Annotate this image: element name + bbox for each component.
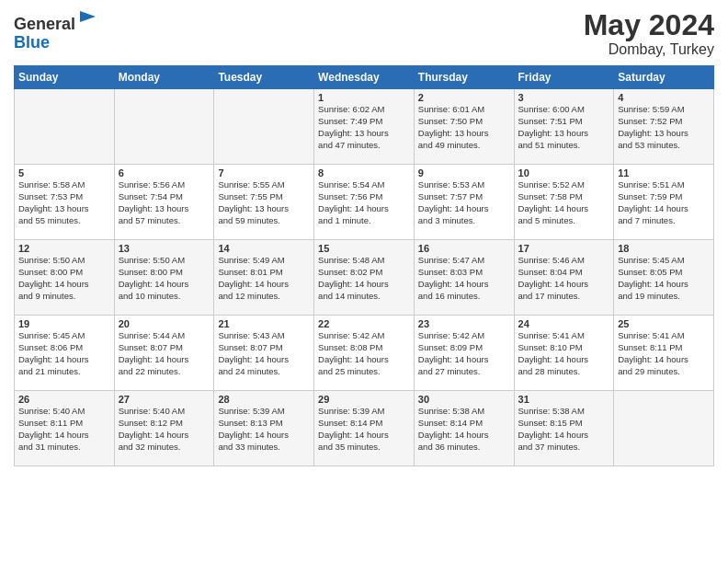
cell-line: Sunrise: 5:48 AM: [318, 255, 410, 267]
cell-line: Daylight: 14 hours: [119, 279, 210, 291]
logo: General Blue: [14, 9, 97, 52]
cell-line: Sunset: 8:14 PM: [318, 418, 410, 430]
day-number: 17: [518, 243, 610, 254]
cell-line: Daylight: 14 hours: [518, 279, 610, 291]
cell-line: Sunrise: 5:56 AM: [119, 179, 210, 191]
cell-line: and 14 minutes.: [318, 291, 410, 303]
cell-line: Daylight: 14 hours: [518, 430, 610, 442]
day-number: 13: [119, 243, 210, 254]
cell-line: and 3 minutes.: [418, 215, 510, 227]
col-header-wednesday: Wednesday: [314, 66, 415, 89]
calendar-cell: 28Sunrise: 5:39 AMSunset: 8:13 PMDayligh…: [214, 391, 314, 466]
title-block: May 2024 Dombay, Turkey: [584, 9, 714, 58]
cell-line: Daylight: 14 hours: [418, 279, 510, 291]
calendar-cell: 8Sunrise: 5:54 AMSunset: 7:56 PMDaylight…: [314, 165, 415, 240]
calendar-cell: 5Sunrise: 5:58 AMSunset: 7:53 PMDaylight…: [15, 165, 115, 240]
cell-line: Daylight: 13 hours: [318, 128, 410, 140]
calendar-cell: 11Sunrise: 5:51 AMSunset: 7:59 PMDayligh…: [614, 165, 714, 240]
cell-line: Sunrise: 5:40 AM: [18, 406, 110, 418]
cell-line: Daylight: 13 hours: [618, 128, 710, 140]
day-number: 25: [618, 318, 710, 329]
day-number: 7: [218, 167, 310, 178]
cell-content: Sunrise: 5:39 AMSunset: 8:13 PMDaylight:…: [218, 406, 310, 453]
cell-line: Daylight: 14 hours: [618, 279, 710, 291]
cell-line: Sunset: 7:56 PM: [318, 191, 410, 203]
cell-content: Sunrise: 5:41 AMSunset: 8:11 PMDaylight:…: [618, 330, 710, 377]
week-row-1: 1Sunrise: 6:02 AMSunset: 7:49 PMDaylight…: [15, 89, 714, 165]
calendar-cell: 3Sunrise: 6:00 AMSunset: 7:51 PMDaylight…: [514, 89, 614, 165]
calendar-cell: 31Sunrise: 5:38 AMSunset: 8:15 PMDayligh…: [514, 391, 614, 466]
cell-line: Sunset: 8:09 PM: [418, 342, 510, 354]
cell-line: Sunset: 8:14 PM: [418, 418, 510, 430]
cell-line: and 5 minutes.: [518, 215, 610, 227]
cell-line: Daylight: 14 hours: [119, 430, 210, 442]
calendar-table: SundayMondayTuesdayWednesdayThursdayFrid…: [14, 65, 714, 466]
cell-content: Sunrise: 5:55 AMSunset: 7:55 PMDaylight:…: [218, 179, 310, 226]
col-header-saturday: Saturday: [614, 66, 714, 89]
cell-content: Sunrise: 5:50 AMSunset: 8:00 PMDaylight:…: [18, 255, 110, 302]
cell-line: Sunrise: 5:42 AM: [318, 330, 410, 342]
cell-line: Daylight: 14 hours: [318, 203, 410, 215]
col-header-monday: Monday: [114, 66, 214, 89]
cell-line: Daylight: 14 hours: [318, 279, 410, 291]
cell-line: Daylight: 13 hours: [518, 128, 610, 140]
calendar-cell: [15, 89, 115, 165]
day-number: 23: [418, 318, 510, 329]
calendar-cell: 9Sunrise: 5:53 AMSunset: 7:57 PMDaylight…: [414, 165, 514, 240]
cell-line: Sunset: 8:11 PM: [18, 418, 110, 430]
logo-text-general: General: [14, 15, 75, 33]
cell-line: and 31 minutes.: [18, 442, 110, 454]
cell-content: Sunrise: 5:42 AMSunset: 8:09 PMDaylight:…: [418, 330, 510, 377]
cell-content: Sunrise: 6:00 AMSunset: 7:51 PMDaylight:…: [518, 104, 610, 151]
cell-line: Sunset: 8:02 PM: [318, 267, 410, 279]
week-row-2: 5Sunrise: 5:58 AMSunset: 7:53 PMDaylight…: [15, 165, 714, 240]
cell-content: Sunrise: 6:01 AMSunset: 7:50 PMDaylight:…: [418, 104, 510, 151]
cell-line: Sunrise: 5:51 AM: [618, 179, 710, 191]
col-header-thursday: Thursday: [414, 66, 514, 89]
cell-line: Sunset: 8:03 PM: [418, 267, 510, 279]
calendar-cell: 27Sunrise: 5:40 AMSunset: 8:12 PMDayligh…: [114, 391, 214, 466]
cell-content: Sunrise: 5:38 AMSunset: 8:15 PMDaylight:…: [518, 406, 610, 453]
cell-line: Sunrise: 5:39 AM: [218, 406, 310, 418]
calendar-cell: 29Sunrise: 5:39 AMSunset: 8:14 PMDayligh…: [314, 391, 415, 466]
cell-content: Sunrise: 5:43 AMSunset: 8:07 PMDaylight:…: [218, 330, 310, 377]
cell-line: Daylight: 14 hours: [119, 354, 210, 366]
cell-line: Sunset: 8:06 PM: [18, 342, 110, 354]
cell-line: Sunset: 8:10 PM: [518, 342, 610, 354]
day-number: 15: [318, 243, 410, 254]
cell-content: Sunrise: 5:54 AMSunset: 7:56 PMDaylight:…: [318, 179, 410, 226]
cell-line: Sunset: 8:11 PM: [618, 342, 710, 354]
cell-line: Sunrise: 5:42 AM: [418, 330, 510, 342]
svg-marker-0: [80, 11, 96, 22]
cell-line: Sunrise: 5:47 AM: [418, 255, 510, 267]
cell-line: Sunrise: 5:58 AM: [18, 179, 110, 191]
cell-line: Sunset: 7:52 PM: [618, 116, 710, 128]
cell-content: Sunrise: 5:53 AMSunset: 7:57 PMDaylight:…: [418, 179, 510, 226]
col-header-tuesday: Tuesday: [214, 66, 314, 89]
cell-line: and 47 minutes.: [318, 140, 410, 152]
cell-line: and 55 minutes.: [18, 215, 110, 227]
cell-line: Sunrise: 5:46 AM: [518, 255, 610, 267]
cell-line: Daylight: 14 hours: [518, 203, 610, 215]
cell-line: Daylight: 13 hours: [119, 203, 210, 215]
day-number: 20: [119, 318, 210, 329]
calendar-location: Dombay, Turkey: [584, 41, 714, 58]
day-number: 27: [119, 394, 210, 405]
cell-line: Daylight: 13 hours: [18, 203, 110, 215]
cell-line: Sunset: 8:07 PM: [218, 342, 310, 354]
cell-line: Sunset: 8:08 PM: [318, 342, 410, 354]
cell-line: Sunset: 7:55 PM: [218, 191, 310, 203]
header-row: SundayMondayTuesdayWednesdayThursdayFrid…: [15, 66, 714, 89]
cell-line: Sunrise: 5:38 AM: [518, 406, 610, 418]
cell-line: Sunset: 8:15 PM: [518, 418, 610, 430]
day-number: 24: [518, 318, 610, 329]
day-number: 26: [18, 394, 110, 405]
day-number: 1: [318, 92, 410, 103]
cell-line: Sunset: 7:58 PM: [518, 191, 610, 203]
calendar-header: SundayMondayTuesdayWednesdayThursdayFrid…: [15, 66, 714, 89]
cell-line: Sunset: 8:05 PM: [618, 267, 710, 279]
cell-line: Daylight: 14 hours: [318, 354, 410, 366]
cell-line: Sunset: 8:04 PM: [518, 267, 610, 279]
cell-line: Daylight: 14 hours: [418, 203, 510, 215]
cell-line: Sunset: 7:53 PM: [18, 191, 110, 203]
